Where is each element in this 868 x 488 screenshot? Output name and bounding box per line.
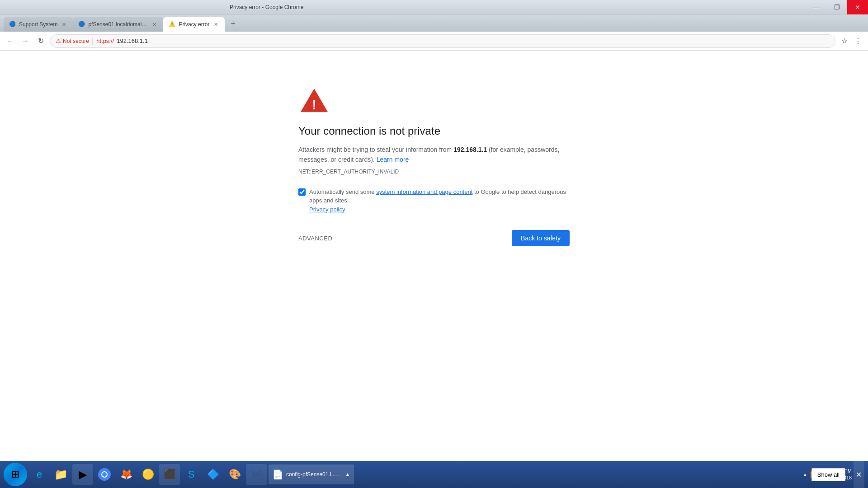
- bookmark-button[interactable]: ☆: [838, 35, 851, 47]
- download-file-icon: 📄: [272, 469, 283, 480]
- window-controls: — ❐ ✕: [806, 0, 868, 14]
- browser-titlebar: Privacy error - Google Chrome — ❐ ✕: [0, 0, 868, 14]
- tab-close-3[interactable]: ✕: [212, 21, 219, 28]
- error-hostname: 192.168.1.1: [453, 146, 487, 153]
- forward-button[interactable]: →: [19, 35, 32, 47]
- tab-close-1[interactable]: ✕: [60, 21, 67, 28]
- tab-favicon-2: 🔵: [78, 21, 85, 28]
- tab-label-2: pfSense01.localdomain -: [88, 21, 148, 28]
- svg-point-4: [102, 472, 107, 477]
- address-bar: ← → ↻ ⚠ Not secure | https:// 192.168.1.…: [0, 32, 868, 51]
- taskbar-download[interactable]: 📄 config-pfSense01.l....xml ▲: [269, 465, 354, 484]
- start-icon: ⊞: [11, 469, 19, 480]
- action-row: ADVANCED Back to safety: [298, 230, 570, 246]
- taskbar: ⊞ e 📁 ▶ 🦊 🟡 ⬛ S 🔷 🎨 W 📄 config-pfSense01…: [0, 461, 868, 488]
- taskbar-folder[interactable]: 📁: [51, 464, 71, 485]
- taskbar-paint[interactable]: 🎨: [224, 464, 245, 485]
- titlebar-text: Privacy error - Google Chrome: [4, 4, 864, 10]
- taskbar-media[interactable]: ▶: [72, 464, 93, 485]
- warning-icon: ⚠: [56, 38, 61, 44]
- https-prefix: https://: [96, 38, 114, 44]
- error-code: NET::ERR_CERT_AUTHORITY_INVALID: [298, 169, 570, 175]
- menu-button[interactable]: ⋮: [852, 35, 864, 47]
- tab-privacy-error[interactable]: ⚠️ Privacy error ✕: [163, 17, 225, 32]
- security-indicator: ⚠ Not secure: [56, 38, 89, 44]
- close-button[interactable]: ✕: [847, 0, 868, 14]
- download-filename: config-pfSense01.l....xml: [286, 471, 340, 478]
- error-description: Attackers might be trying to steal your …: [298, 145, 570, 165]
- taskbar-chrome[interactable]: [94, 464, 115, 485]
- tabs-bar: 🔵 Support System ✕ 🔵 pfSense01.localdoma…: [0, 14, 868, 32]
- start-button[interactable]: ⊞: [4, 463, 27, 486]
- tray-expand[interactable]: ▲: [802, 472, 807, 477]
- taskbar-sticky[interactable]: 🟡: [137, 464, 158, 485]
- new-tab-button[interactable]: +: [225, 15, 241, 32]
- back-button[interactable]: ←: [4, 35, 16, 47]
- checkbox-label: Automatically send some system informati…: [309, 188, 570, 214]
- tab-favicon-3: ⚠️: [169, 21, 176, 28]
- taskbar-terminal[interactable]: ⬛: [159, 464, 180, 485]
- security-label: Not secure: [63, 38, 89, 44]
- address-actions: ☆ ⋮: [838, 35, 864, 47]
- privacy-policy-link[interactable]: Privacy policy: [309, 206, 345, 213]
- tab-support-system[interactable]: 🔵 Support System ✕: [4, 17, 73, 32]
- tab-close-2[interactable]: ✕: [151, 21, 158, 28]
- warning-icon-wrap: !: [298, 87, 570, 116]
- error-title: Your connection is not private: [298, 125, 570, 137]
- taskbar-word[interactable]: W: [246, 464, 267, 485]
- advanced-link[interactable]: ADVANCED: [298, 235, 332, 242]
- taskbar-cube[interactable]: 🔷: [203, 464, 223, 485]
- send-info-checkbox[interactable]: [298, 188, 306, 196]
- taskbar-apps: e 📁 ▶ 🦊 🟡 ⬛ S 🔷 🎨 W: [29, 464, 267, 485]
- error-desc-prefix: Attackers might be trying to steal your …: [298, 146, 453, 153]
- svg-text:!: !: [312, 98, 316, 112]
- checkbox-row: Automatically send some system informati…: [298, 188, 570, 214]
- download-chevron-icon[interactable]: ▲: [345, 471, 350, 478]
- learn-more-link[interactable]: Learn more: [377, 156, 409, 163]
- tab-favicon-1: 🔵: [9, 21, 16, 28]
- tab-extra: +: [225, 15, 241, 32]
- back-to-safety-button[interactable]: Back to safety: [512, 230, 570, 246]
- system-info-link[interactable]: system information and page content: [376, 188, 472, 195]
- taskbar-ie[interactable]: e: [29, 464, 50, 485]
- restore-button[interactable]: ❐: [826, 0, 847, 14]
- url-bar[interactable]: ⚠ Not secure | https:// 192.168.1.1: [50, 34, 835, 48]
- tab-pfsense[interactable]: 🔵 pfSense01.localdomain - ✕: [73, 17, 163, 32]
- reload-button[interactable]: ↻: [34, 35, 47, 47]
- error-container: ! Your connection is not private Attacke…: [298, 87, 570, 246]
- show-all-button[interactable]: Show all: [811, 468, 845, 481]
- taskbar-skype[interactable]: S: [181, 464, 202, 485]
- close-download-bar-button[interactable]: ✕: [853, 461, 864, 488]
- url-separator: |: [92, 37, 94, 45]
- url-hostname: 192.168.1.1: [117, 38, 148, 44]
- checkbox-prefix: Automatically send some: [309, 188, 376, 195]
- tab-label-1: Support System: [19, 21, 57, 28]
- taskbar-firefox[interactable]: 🦊: [116, 464, 137, 485]
- browser-content: ! Your connection is not private Attacke…: [0, 51, 868, 461]
- minimize-button[interactable]: —: [806, 0, 826, 14]
- error-warning-icon: !: [298, 87, 330, 114]
- tab-label-3: Privacy error: [179, 21, 209, 28]
